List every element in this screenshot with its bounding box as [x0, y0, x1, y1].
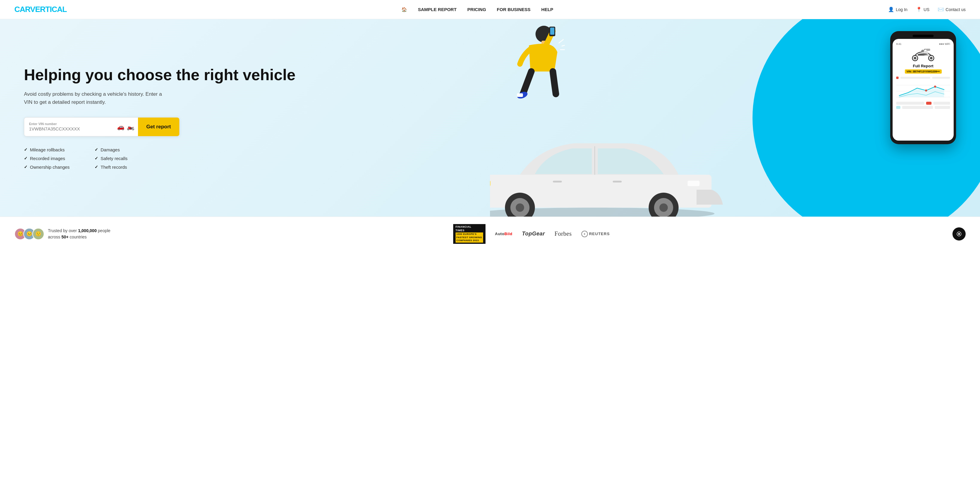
nav-links: 🏠 SAMPLE REPORT PRICING FOR BUSINESS HEL…	[401, 7, 553, 12]
data-line	[900, 77, 930, 79]
hero-right: 9:41 ●●● WiFi	[490, 19, 980, 217]
nav-link-home[interactable]: 🏠	[401, 7, 407, 12]
vin-form: Enter VIN number 🚗 🏍️ Get report	[24, 117, 180, 137]
logo-vertical: VERTICAL	[30, 5, 67, 14]
trust-avatars: 😊 😐 🙂	[14, 228, 44, 240]
logo-car: CAR	[14, 5, 30, 14]
hero-headline: Helping you choose the right vehicle	[24, 66, 472, 84]
nav-link-for-business[interactable]: FOR BUSINESS	[497, 7, 531, 12]
svg-marker-33	[899, 87, 944, 97]
login-button[interactable]: 👤 Log In	[888, 6, 908, 12]
svg-rect-9	[490, 181, 491, 186]
svg-point-25	[930, 57, 933, 60]
car-icon: 🚗	[117, 123, 124, 130]
trust-right-circle	[953, 227, 966, 240]
svg-point-5	[516, 203, 524, 212]
car-illustration	[490, 121, 729, 217]
phone-data-row-1	[896, 76, 950, 79]
svg-rect-16	[550, 27, 554, 35]
phone-mockup: 9:41 ●●● WiFi	[890, 31, 956, 144]
trust-countries: 50+	[61, 235, 68, 239]
trust-text: Trusted by over 1,000,000 people across …	[48, 228, 110, 240]
phone-bottom-rows	[896, 102, 950, 105]
svg-rect-18	[517, 93, 523, 97]
financial-times-logo: FINANCIALTIMES 1000 EUROPE'SFASTEST GROW…	[453, 224, 485, 244]
phone-time: 9:41	[896, 43, 902, 46]
region-label: US	[924, 7, 929, 12]
svg-line-19	[559, 40, 563, 43]
nav-link-pricing[interactable]: PRICING	[467, 7, 486, 12]
phone-chart	[896, 81, 950, 99]
contact-button[interactable]: ✉️ Contact us	[938, 6, 966, 12]
check-damages: ✓ Damages	[95, 147, 156, 152]
region-selector[interactable]: 📍 US	[916, 6, 929, 12]
reuters-logo: ● REUTERS	[581, 231, 610, 237]
svg-point-24	[914, 57, 916, 60]
data-block	[902, 106, 933, 109]
trust-count: 1,000,000	[78, 228, 97, 233]
phone-report-title: Full Report	[896, 64, 950, 68]
vin-input[interactable]	[29, 126, 109, 131]
data-block	[896, 102, 924, 105]
hero-left: Helping you choose the right vehicle Avo…	[0, 19, 490, 217]
checkmark-icon: ✓	[95, 156, 98, 160]
forbes-logo: Forbes	[555, 230, 572, 237]
person-illustration	[499, 25, 565, 104]
vehicle-type-icons: 🚗 🏍️	[113, 123, 138, 130]
dark-circle-icon	[953, 227, 966, 240]
data-line	[932, 77, 950, 79]
motorcycle-icon: 🏍️	[127, 123, 134, 130]
contact-label: Contact us	[946, 7, 966, 12]
phone-vehicle-image	[896, 48, 950, 61]
phone-screen: 9:41 ●●● WiFi	[892, 39, 954, 141]
check-mileage: ✓ Mileage rollbacks	[24, 147, 85, 152]
login-label: Log In	[896, 7, 908, 12]
data-block	[935, 106, 950, 109]
phone-signal: ●●● WiFi	[939, 43, 950, 46]
brand-logo[interactable]: CARVERTICAL	[14, 5, 67, 14]
hero-subtext: Avoid costly problems by checking a vehi…	[24, 90, 168, 106]
mail-icon: ✉️	[938, 6, 944, 12]
svg-line-20	[562, 44, 565, 46]
svg-rect-26	[926, 49, 930, 51]
user-icon: 👤	[888, 6, 894, 12]
location-icon: 📍	[916, 6, 922, 12]
check-ownership-changes: ✓ Ownership changes	[24, 165, 85, 170]
topgear-logo: TopGear	[522, 231, 545, 237]
svg-rect-11	[553, 181, 562, 183]
feature-checklist: ✓ Mileage rollbacks ✓ Damages ✓ Recorded…	[24, 147, 156, 170]
svg-rect-12	[613, 181, 622, 183]
check-mileage-label: Mileage rollbacks	[30, 147, 65, 152]
hero-section: Helping you choose the right vehicle Avo…	[0, 19, 980, 217]
avatar-3: 🙂	[32, 228, 44, 240]
get-report-button[interactable]: Get report	[138, 118, 179, 136]
checkmark-icon: ✓	[95, 147, 98, 152]
checkmark-icon: ✓	[95, 165, 98, 169]
nav-link-sample-report[interactable]: SAMPLE REPORT	[418, 7, 457, 12]
svg-point-27	[921, 50, 924, 52]
vin-label: Enter VIN number	[29, 122, 109, 126]
check-theft-records-label: Theft records	[100, 165, 127, 170]
check-damages-label: Damages	[100, 147, 120, 152]
nav-link-help[interactable]: HELP	[541, 7, 553, 12]
trust-text-prefix: Trusted by over	[48, 228, 78, 233]
trust-group: 😊 😐 🙂 Trusted by over 1,000,000 people a…	[14, 228, 110, 240]
data-block-red	[926, 102, 932, 105]
nav-right: 👤 Log In 📍 US ✉️ Contact us	[888, 6, 966, 12]
check-recorded-images-label: Recorded images	[30, 156, 65, 161]
phone-bottom-row-2	[896, 106, 950, 109]
checkmark-icon: ✓	[24, 147, 27, 152]
autobild-logo: AutoBild	[495, 232, 512, 236]
checkmark-icon: ✓	[24, 165, 27, 169]
check-recorded-images: ✓ Recorded images	[24, 156, 85, 161]
check-safety-recalls: ✓ Safety recalls	[95, 156, 156, 161]
checkmark-icon: ✓	[24, 156, 27, 160]
data-block	[933, 102, 950, 105]
svg-rect-10	[687, 181, 700, 186]
trust-bar: 😊 😐 🙂 Trusted by over 1,000,000 people a…	[0, 217, 980, 251]
data-block-blue	[896, 106, 900, 109]
status-dot-red	[896, 76, 899, 79]
check-theft-records: ✓ Theft records	[95, 165, 156, 170]
check-ownership-changes-label: Ownership changes	[30, 165, 70, 170]
phone-status-bar: 9:41 ●●● WiFi	[896, 43, 950, 46]
